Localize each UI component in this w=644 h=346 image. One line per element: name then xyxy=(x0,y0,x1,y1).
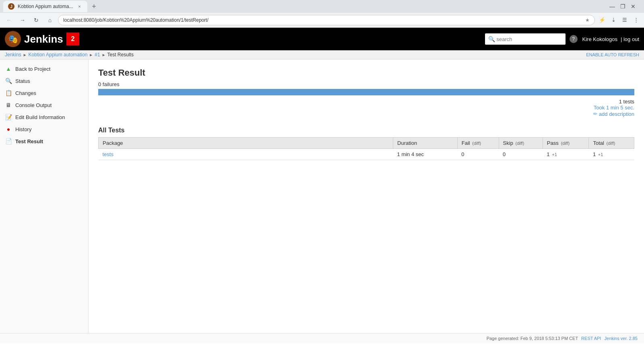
rest-api-link[interactable]: REST API xyxy=(581,336,601,341)
th-total-diff: (diff) xyxy=(607,141,615,146)
footer-generated-text: Page generated: Feb 9, 2018 5:53:13 PM C… xyxy=(487,336,578,341)
tab-close-button[interactable]: × xyxy=(76,3,83,10)
sidebar-item-changes[interactable]: 📋 Changes xyxy=(0,87,88,99)
sidebar-label-status: Status xyxy=(15,78,30,84)
more-icon[interactable]: ⋮ xyxy=(631,15,641,25)
search-input[interactable] xyxy=(497,36,553,42)
bookmark-icon[interactable]: ★ xyxy=(585,17,590,23)
save-icon[interactable]: ⇣ xyxy=(609,15,618,25)
home-button[interactable]: ⌂ xyxy=(44,14,56,26)
tab-favicon: J xyxy=(8,3,14,10)
jenkins-version-link[interactable]: Jenkins ver. 2.85 xyxy=(604,336,638,341)
breadcrumb-sep-2: ► xyxy=(89,53,93,57)
total-value: 1 xyxy=(593,151,596,157)
sidebar-item-status[interactable]: 🔍 Status xyxy=(0,75,88,87)
edit-build-info-icon: 📝 xyxy=(5,113,12,121)
sidebar-label-changes: Changes xyxy=(15,90,36,96)
history-icon: ● xyxy=(5,126,12,133)
footer: Page generated: Feb 9, 2018 5:53:13 PM C… xyxy=(0,333,644,343)
refresh-button[interactable]: ↻ xyxy=(31,14,42,26)
search-box: 🔍 xyxy=(485,33,566,45)
all-tests-title: All Tests xyxy=(98,127,634,134)
jenkins-logo[interactable]: 🎭 Jenkins xyxy=(5,31,63,47)
back-to-project-icon: ▲ xyxy=(5,65,12,72)
sidebar-label-console-output: Console Output xyxy=(15,102,52,108)
th-fail: Fail (diff) xyxy=(457,137,499,148)
search-icon: 🔍 xyxy=(488,36,495,42)
table-row: tests 1 min 4 sec 0 0 1 +1 1 +1 xyxy=(99,148,634,160)
breadcrumb-sep-3: ► xyxy=(102,53,106,57)
jenkins-app-name: Jenkins xyxy=(24,33,63,45)
took-link[interactable]: Took 1 min 5 sec. xyxy=(594,105,634,111)
main-layout: ▲ Back to Project 🔍 Status 📋 Changes 🖥 C… xyxy=(0,60,644,333)
tests-table: Package Duration Fail (diff) Skip (diff)… xyxy=(98,137,634,160)
extensions-icon[interactable]: ⚡ xyxy=(597,15,607,25)
th-total: Total (diff) xyxy=(589,137,634,148)
sidebar-label-test-result: Test Result xyxy=(15,138,43,144)
tests-count: 1 tests xyxy=(619,99,634,105)
progress-bar xyxy=(98,89,634,95)
pencil-icon: ✏ xyxy=(593,111,597,117)
logout-link[interactable]: | log out xyxy=(621,36,639,42)
changes-icon: 📋 xyxy=(5,89,12,97)
td-total: 1 +1 xyxy=(589,148,634,160)
status-icon: 🔍 xyxy=(5,77,12,84)
th-duration: Duration xyxy=(393,137,458,148)
th-skip-diff: (diff) xyxy=(516,141,524,146)
add-description-link[interactable]: ✏ add description xyxy=(593,111,634,117)
sidebar-item-edit-build-info[interactable]: 📝 Edit Build Information xyxy=(0,111,88,123)
th-fail-diff: (diff) xyxy=(472,141,481,146)
td-duration: 1 min 4 sec xyxy=(393,148,458,160)
pass-diff: +1 xyxy=(552,152,557,157)
content-area: Test Result 0 failures 1 tests Took 1 mi… xyxy=(89,60,644,333)
breadcrumb-project[interactable]: Kobtion Appium automation xyxy=(29,52,88,58)
new-tab-button[interactable]: + xyxy=(89,2,99,11)
jenkins-header: 🎭 Jenkins 2 🔍 ? Kire Kokologos | log out xyxy=(0,28,644,50)
tab-title: Kobtion Appium automa... xyxy=(18,4,73,9)
forward-button[interactable]: → xyxy=(17,14,28,26)
sidebar-item-test-result[interactable]: 📄 Test Result xyxy=(0,135,88,147)
td-pass: 1 +1 xyxy=(543,148,589,160)
sidebar-label-edit-build-info: Edit Build Information xyxy=(15,114,65,120)
page-title: Test Result xyxy=(98,68,634,78)
enable-auto-refresh-link[interactable]: ENABLE AUTO REFRESH xyxy=(586,52,639,57)
td-skip: 0 xyxy=(499,148,543,160)
maximize-button[interactable]: ❐ xyxy=(617,2,628,10)
meta-right: 1 tests Took 1 min 5 sec. ✏ add descript… xyxy=(98,99,634,117)
pass-value: 1 xyxy=(547,151,549,157)
sidebar-label-back-to-project: Back to Project xyxy=(15,66,50,72)
bookmark-manager-icon[interactable]: ☰ xyxy=(620,15,630,25)
th-pass-diff: (diff) xyxy=(561,141,570,146)
console-output-icon: 🖥 xyxy=(5,101,12,109)
sidebar-item-console-output[interactable]: 🖥 Console Output xyxy=(0,99,88,111)
th-pass: Pass (diff) xyxy=(543,137,589,148)
package-link[interactable]: tests xyxy=(103,151,114,157)
help-icon[interactable]: ? xyxy=(570,35,578,43)
test-result-icon: 📄 xyxy=(5,138,12,145)
url-bar[interactable]: localhost:8080/job/Kobtion%20Appium%20au… xyxy=(58,15,595,25)
url-text: localhost:8080/job/Kobtion%20Appium%20au… xyxy=(63,17,584,23)
add-description-label: add description xyxy=(599,111,634,117)
td-fail: 0 xyxy=(457,148,499,160)
breadcrumb-jenkins[interactable]: Jenkins xyxy=(5,52,21,58)
minimize-button[interactable]: — xyxy=(607,2,617,10)
sidebar-label-history: History xyxy=(15,126,31,132)
browser-tab[interactable]: J Kobtion Appium automa... × xyxy=(3,1,87,12)
notification-badge[interactable]: 2 xyxy=(66,33,79,45)
breadcrumb-sep-1: ► xyxy=(23,53,27,57)
th-package: Package xyxy=(99,137,393,148)
sidebar-item-history[interactable]: ● History xyxy=(0,123,88,135)
td-package: tests xyxy=(99,148,393,160)
breadcrumb: Jenkins ► Kobtion Appium automation ► #1… xyxy=(0,50,644,60)
user-name: Kire Kokologos xyxy=(582,36,617,42)
table-header-row: Package Duration Fail (diff) Skip (diff)… xyxy=(99,137,634,148)
breadcrumb-current: Test Results xyxy=(107,52,134,58)
back-button[interactable]: ← xyxy=(3,14,14,26)
th-skip: Skip (diff) xyxy=(499,137,543,148)
sidebar: ▲ Back to Project 🔍 Status 📋 Changes 🖥 C… xyxy=(0,60,89,333)
breadcrumb-build[interactable]: #1 xyxy=(95,52,100,58)
jenkins-avatar: 🎭 xyxy=(5,31,21,47)
total-diff: +1 xyxy=(598,152,603,157)
close-button[interactable]: ✕ xyxy=(628,2,638,10)
sidebar-item-back-to-project[interactable]: ▲ Back to Project xyxy=(0,63,88,75)
